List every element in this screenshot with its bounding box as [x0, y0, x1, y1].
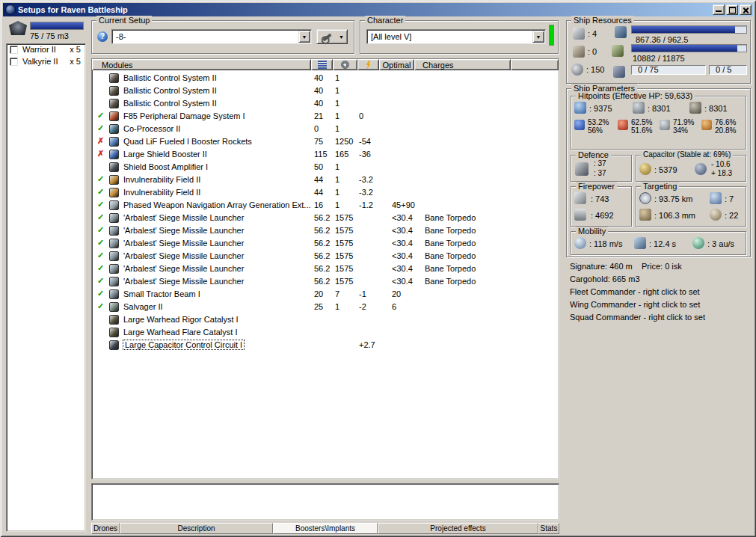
chevron-down-icon[interactable]: ▼	[298, 31, 310, 43]
module-powergrid-value: 1	[335, 302, 339, 311]
modules-column-header[interactable]: Modules	[92, 59, 311, 70]
cargohold-text: Cargohold: 665 m3	[570, 274, 640, 283]
drone-list-item[interactable]: Valkyrie IIx 5	[7, 56, 85, 68]
module-row[interactable]: ✓F85 Peripheral Damage System I2110	[93, 110, 557, 123]
missile-launcher-module-icon	[109, 226, 119, 236]
booster-rockets-module-icon	[109, 137, 119, 147]
tab-description[interactable]: Description	[120, 523, 273, 534]
hitpoints-label: Hitpoints (Effective HP: 59,633)	[576, 91, 695, 100]
drone-checkbox[interactable]	[10, 46, 18, 54]
close-button[interactable]	[740, 4, 752, 15]
module-row[interactable]: ✓Small Tractor Beam I207-120	[93, 288, 557, 301]
module-powergrid-value: 1	[335, 124, 339, 133]
module-optimal-value: <30.4	[392, 226, 413, 235]
optimal-column-header[interactable]: Optimal	[379, 59, 414, 70]
drone-qty: x 5	[70, 57, 81, 66]
error-cross-icon: ✗	[97, 149, 106, 159]
capacitor-column-header[interactable]	[357, 59, 379, 70]
tab-projected-effects[interactable]: Projected effects	[378, 523, 538, 534]
module-name: Invulnerability Field II	[123, 175, 312, 184]
drone-list-item[interactable]: Warrior IIx 5	[7, 44, 85, 56]
module-row[interactable]: ✗Large Shield Booster II115165-36	[93, 148, 557, 161]
missile-launcher-module-icon	[109, 239, 119, 248]
module-name: Phased Weapon Navigation Array Generatio…	[123, 200, 312, 209]
module-name: Large Warhead Flare Catalyst I	[123, 328, 312, 337]
title-bar[interactable]: Setups for Raven Battleship	[3, 3, 753, 16]
module-row[interactable]: ✗Quad LiF Fueled I Booster Rockets751250…	[93, 135, 557, 148]
fleet-commander-text[interactable]: Fleet Commander - right click to set	[570, 287, 700, 296]
module-powergrid-value: 1575	[335, 239, 353, 248]
invulnerability-field-module-icon	[109, 188, 119, 197]
module-row[interactable]: ✓Invulnerability Field II441-3.2	[93, 186, 557, 199]
module-name: Large Warhead Rigor Catalyst I	[123, 315, 312, 324]
module-row[interactable]: ✓'Arbalest' Siege Missile Launcher56.215…	[93, 212, 557, 224]
explosive-resist-armor: 20.8%	[715, 126, 736, 135]
error-cross-icon: ✗	[97, 136, 106, 146]
module-row[interactable]: Large Capacitor Control Circuit I+2.7	[93, 339, 557, 352]
capacitor-drain: - 10.6	[711, 160, 731, 168]
module-capacitor-value: -2	[359, 302, 366, 311]
salvager-module-icon	[109, 302, 119, 312]
charges-column-header[interactable]: Charges	[414, 59, 511, 70]
shield-hp-icon	[574, 102, 586, 114]
chevron-down-icon[interactable]: ▼	[532, 31, 544, 43]
module-row[interactable]: Large Warhead Rigor Catalyst I	[93, 313, 557, 326]
modules-table[interactable]: Modules Optimal Charges Ballistic Contro…	[91, 58, 559, 479]
shield-booster-module-icon	[109, 150, 119, 159]
drone-checkbox[interactable]	[10, 58, 18, 66]
maximize-button[interactable]	[726, 4, 738, 15]
squad-commander-text[interactable]: Squad Commander - right click to set	[570, 313, 705, 322]
drone-list[interactable]: Warrior IIx 5Valkyrie IIx 5	[6, 43, 86, 532]
current-setup-label: Current Setup	[96, 16, 152, 25]
drone-capacity-text: 75 / 75 m3	[30, 31, 69, 40]
max-velocity-value: : 118 m/s	[589, 239, 622, 248]
module-row[interactable]: ✓'Arbalest' Siege Missile Launcher56.215…	[93, 275, 557, 288]
module-row[interactable]: ✓'Arbalest' Siege Missile Launcher56.215…	[93, 250, 557, 263]
max-targets-value: : 7	[725, 194, 734, 203]
description-text-area[interactable]	[91, 483, 559, 521]
module-row[interactable]: Ballistic Control System II401	[93, 72, 557, 85]
drone-capacity-bar	[30, 22, 84, 30]
help-icon[interactable]: ?	[97, 31, 108, 42]
ballistic-control-module-icon	[109, 99, 119, 108]
tab-drones[interactable]: Drones	[91, 523, 120, 534]
align-time-value: : 12.4 s	[649, 239, 676, 248]
module-row[interactable]: Ballistic Control System II401	[93, 97, 557, 110]
missile-dps-value: : 4692	[591, 211, 614, 220]
drone-count-box: 0 / 5	[709, 65, 747, 75]
module-row[interactable]: Large Warhead Flare Catalyst I	[93, 326, 557, 339]
module-name: Shield Boost Amplifier I	[123, 162, 312, 171]
module-charge-value: Bane Torpedo	[425, 226, 476, 235]
turret-hardpoints-value: : 4	[588, 29, 597, 38]
module-row[interactable]: ✓Phased Weapon Navigation Array Generati…	[93, 199, 557, 212]
module-powergrid-value: 165	[335, 150, 348, 159]
minimize-button[interactable]	[713, 4, 725, 15]
module-row[interactable]: Ballistic Control System II401	[93, 85, 557, 97]
character-select[interactable]: [All level V] ▼	[366, 29, 546, 44]
capacitor-label: Capacitor (Stable at: 69%)	[641, 150, 733, 159]
module-row[interactable]: ✓Invulnerability Field II441-3.2	[93, 174, 557, 186]
module-row[interactable]: ✓'Arbalest' Siege Missile Launcher56.215…	[93, 237, 557, 250]
chevron-down-icon: ▼	[339, 34, 344, 40]
tab-boosters-implants[interactable]: Boosters\Implants	[273, 523, 378, 534]
fitted-check-icon: ✓	[97, 187, 106, 197]
character-group: Character [All level V] ▼	[360, 20, 559, 54]
powergrid-usage-text: 10882 / 11875	[633, 54, 685, 63]
fitted-check-icon: ✓	[97, 212, 106, 222]
tab-stats[interactable]: Stats	[538, 523, 559, 534]
cpu-column-header[interactable]	[311, 59, 333, 70]
module-row[interactable]: ✓'Arbalest' Siege Missile Launcher56.215…	[93, 224, 557, 237]
ballistic-control-module-icon	[109, 86, 119, 96]
module-row[interactable]: ✓Salvager II251-26	[93, 301, 557, 313]
module-capacitor-value: -1.2	[359, 200, 373, 209]
powergrid-column-header[interactable]	[333, 59, 357, 70]
drone-name: Warrior II	[22, 45, 56, 54]
wing-commander-text[interactable]: Wing Commander - right click to set	[570, 300, 700, 309]
module-row[interactable]: ✓Co-Processor II01	[93, 123, 557, 135]
module-row[interactable]: Shield Boost Amplifier I501	[93, 161, 557, 174]
setup-tools-button[interactable]: ▼	[316, 29, 348, 44]
setup-select[interactable]: -8- ▼	[111, 29, 312, 44]
module-optimal-value: 6	[392, 302, 396, 311]
module-row[interactable]: ✓'Arbalest' Siege Missile Launcher56.215…	[93, 263, 557, 275]
fitted-check-icon: ✓	[97, 174, 106, 184]
